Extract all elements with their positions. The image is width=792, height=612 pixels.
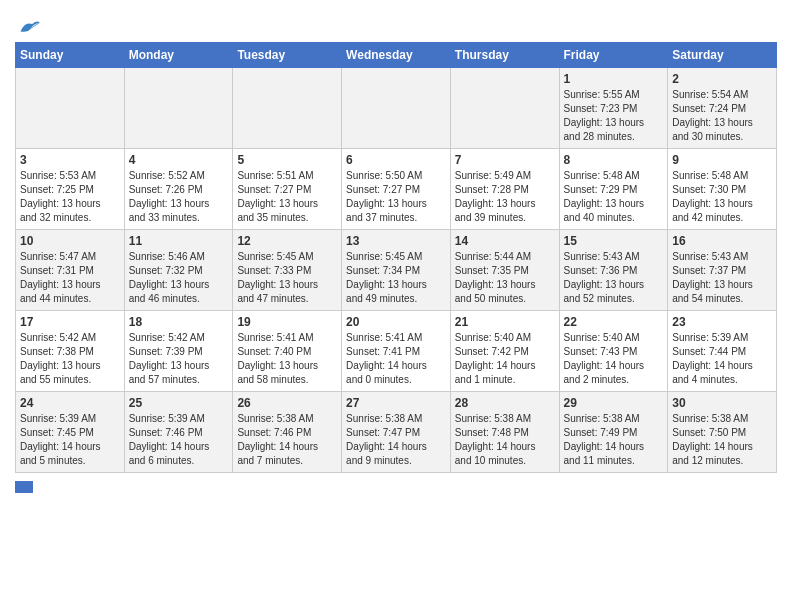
day-info: Sunrise: 5:41 AMSunset: 7:41 PMDaylight:… xyxy=(346,332,427,385)
day-number: 5 xyxy=(237,153,337,167)
day-cell: 9Sunrise: 5:48 AMSunset: 7:30 PMDaylight… xyxy=(668,149,777,230)
day-number: 7 xyxy=(455,153,555,167)
day-number: 21 xyxy=(455,315,555,329)
day-cell: 30Sunrise: 5:38 AMSunset: 7:50 PMDayligh… xyxy=(668,392,777,473)
day-number: 25 xyxy=(129,396,229,410)
day-number: 24 xyxy=(20,396,120,410)
day-info: Sunrise: 5:45 AMSunset: 7:34 PMDaylight:… xyxy=(346,251,427,304)
day-info: Sunrise: 5:38 AMSunset: 7:46 PMDaylight:… xyxy=(237,413,318,466)
day-info: Sunrise: 5:43 AMSunset: 7:37 PMDaylight:… xyxy=(672,251,753,304)
col-header-sunday: Sunday xyxy=(16,43,125,68)
day-info: Sunrise: 5:50 AMSunset: 7:27 PMDaylight:… xyxy=(346,170,427,223)
day-cell: 17Sunrise: 5:42 AMSunset: 7:38 PMDayligh… xyxy=(16,311,125,392)
day-number: 11 xyxy=(129,234,229,248)
week-row-2: 3Sunrise: 5:53 AMSunset: 7:25 PMDaylight… xyxy=(16,149,777,230)
header-row: SundayMondayTuesdayWednesdayThursdayFrid… xyxy=(16,43,777,68)
day-cell: 5Sunrise: 5:51 AMSunset: 7:27 PMDaylight… xyxy=(233,149,342,230)
day-cell: 25Sunrise: 5:39 AMSunset: 7:46 PMDayligh… xyxy=(124,392,233,473)
day-info: Sunrise: 5:40 AMSunset: 7:43 PMDaylight:… xyxy=(564,332,645,385)
day-cell: 23Sunrise: 5:39 AMSunset: 7:44 PMDayligh… xyxy=(668,311,777,392)
day-cell: 24Sunrise: 5:39 AMSunset: 7:45 PMDayligh… xyxy=(16,392,125,473)
day-info: Sunrise: 5:53 AMSunset: 7:25 PMDaylight:… xyxy=(20,170,101,223)
calendar-table: SundayMondayTuesdayWednesdayThursdayFrid… xyxy=(15,42,777,473)
day-cell: 19Sunrise: 5:41 AMSunset: 7:40 PMDayligh… xyxy=(233,311,342,392)
day-cell: 16Sunrise: 5:43 AMSunset: 7:37 PMDayligh… xyxy=(668,230,777,311)
day-cell xyxy=(450,68,559,149)
col-header-tuesday: Tuesday xyxy=(233,43,342,68)
day-cell xyxy=(233,68,342,149)
day-info: Sunrise: 5:39 AMSunset: 7:46 PMDaylight:… xyxy=(129,413,210,466)
day-cell xyxy=(124,68,233,149)
day-info: Sunrise: 5:38 AMSunset: 7:50 PMDaylight:… xyxy=(672,413,753,466)
day-number: 28 xyxy=(455,396,555,410)
day-info: Sunrise: 5:48 AMSunset: 7:29 PMDaylight:… xyxy=(564,170,645,223)
day-cell: 27Sunrise: 5:38 AMSunset: 7:47 PMDayligh… xyxy=(342,392,451,473)
day-cell: 3Sunrise: 5:53 AMSunset: 7:25 PMDaylight… xyxy=(16,149,125,230)
day-number: 4 xyxy=(129,153,229,167)
day-number: 30 xyxy=(672,396,772,410)
day-cell: 20Sunrise: 5:41 AMSunset: 7:41 PMDayligh… xyxy=(342,311,451,392)
day-info: Sunrise: 5:41 AMSunset: 7:40 PMDaylight:… xyxy=(237,332,318,385)
day-cell: 4Sunrise: 5:52 AMSunset: 7:26 PMDaylight… xyxy=(124,149,233,230)
day-info: Sunrise: 5:49 AMSunset: 7:28 PMDaylight:… xyxy=(455,170,536,223)
day-info: Sunrise: 5:38 AMSunset: 7:47 PMDaylight:… xyxy=(346,413,427,466)
day-info: Sunrise: 5:39 AMSunset: 7:44 PMDaylight:… xyxy=(672,332,753,385)
day-number: 3 xyxy=(20,153,120,167)
header xyxy=(15,10,777,36)
day-number: 14 xyxy=(455,234,555,248)
week-row-3: 10Sunrise: 5:47 AMSunset: 7:31 PMDayligh… xyxy=(16,230,777,311)
day-number: 22 xyxy=(564,315,664,329)
day-cell: 26Sunrise: 5:38 AMSunset: 7:46 PMDayligh… xyxy=(233,392,342,473)
day-cell: 6Sunrise: 5:50 AMSunset: 7:27 PMDaylight… xyxy=(342,149,451,230)
day-cell: 7Sunrise: 5:49 AMSunset: 7:28 PMDaylight… xyxy=(450,149,559,230)
day-number: 6 xyxy=(346,153,446,167)
legend-color xyxy=(15,481,33,493)
col-header-wednesday: Wednesday xyxy=(342,43,451,68)
logo-bird-icon xyxy=(19,18,41,36)
day-number: 17 xyxy=(20,315,120,329)
day-number: 26 xyxy=(237,396,337,410)
day-cell: 1Sunrise: 5:55 AMSunset: 7:23 PMDaylight… xyxy=(559,68,668,149)
day-number: 19 xyxy=(237,315,337,329)
logo xyxy=(15,18,41,36)
day-number: 29 xyxy=(564,396,664,410)
day-cell: 18Sunrise: 5:42 AMSunset: 7:39 PMDayligh… xyxy=(124,311,233,392)
day-cell: 15Sunrise: 5:43 AMSunset: 7:36 PMDayligh… xyxy=(559,230,668,311)
day-number: 8 xyxy=(564,153,664,167)
day-info: Sunrise: 5:44 AMSunset: 7:35 PMDaylight:… xyxy=(455,251,536,304)
day-cell xyxy=(16,68,125,149)
day-number: 18 xyxy=(129,315,229,329)
day-number: 16 xyxy=(672,234,772,248)
day-number: 1 xyxy=(564,72,664,86)
col-header-thursday: Thursday xyxy=(450,43,559,68)
day-info: Sunrise: 5:40 AMSunset: 7:42 PMDaylight:… xyxy=(455,332,536,385)
day-info: Sunrise: 5:39 AMSunset: 7:45 PMDaylight:… xyxy=(20,413,101,466)
day-cell: 11Sunrise: 5:46 AMSunset: 7:32 PMDayligh… xyxy=(124,230,233,311)
day-cell: 14Sunrise: 5:44 AMSunset: 7:35 PMDayligh… xyxy=(450,230,559,311)
day-number: 13 xyxy=(346,234,446,248)
day-info: Sunrise: 5:51 AMSunset: 7:27 PMDaylight:… xyxy=(237,170,318,223)
day-cell: 21Sunrise: 5:40 AMSunset: 7:42 PMDayligh… xyxy=(450,311,559,392)
legend xyxy=(15,481,777,493)
day-cell: 13Sunrise: 5:45 AMSunset: 7:34 PMDayligh… xyxy=(342,230,451,311)
day-info: Sunrise: 5:45 AMSunset: 7:33 PMDaylight:… xyxy=(237,251,318,304)
day-number: 23 xyxy=(672,315,772,329)
day-cell: 28Sunrise: 5:38 AMSunset: 7:48 PMDayligh… xyxy=(450,392,559,473)
day-cell: 12Sunrise: 5:45 AMSunset: 7:33 PMDayligh… xyxy=(233,230,342,311)
day-cell: 29Sunrise: 5:38 AMSunset: 7:49 PMDayligh… xyxy=(559,392,668,473)
day-info: Sunrise: 5:48 AMSunset: 7:30 PMDaylight:… xyxy=(672,170,753,223)
day-number: 9 xyxy=(672,153,772,167)
day-info: Sunrise: 5:42 AMSunset: 7:38 PMDaylight:… xyxy=(20,332,101,385)
day-info: Sunrise: 5:55 AMSunset: 7:23 PMDaylight:… xyxy=(564,89,645,142)
day-number: 10 xyxy=(20,234,120,248)
day-cell: 10Sunrise: 5:47 AMSunset: 7:31 PMDayligh… xyxy=(16,230,125,311)
col-header-monday: Monday xyxy=(124,43,233,68)
day-info: Sunrise: 5:46 AMSunset: 7:32 PMDaylight:… xyxy=(129,251,210,304)
day-number: 20 xyxy=(346,315,446,329)
day-info: Sunrise: 5:54 AMSunset: 7:24 PMDaylight:… xyxy=(672,89,753,142)
col-header-saturday: Saturday xyxy=(668,43,777,68)
day-number: 2 xyxy=(672,72,772,86)
week-row-5: 24Sunrise: 5:39 AMSunset: 7:45 PMDayligh… xyxy=(16,392,777,473)
day-cell: 22Sunrise: 5:40 AMSunset: 7:43 PMDayligh… xyxy=(559,311,668,392)
week-row-4: 17Sunrise: 5:42 AMSunset: 7:38 PMDayligh… xyxy=(16,311,777,392)
